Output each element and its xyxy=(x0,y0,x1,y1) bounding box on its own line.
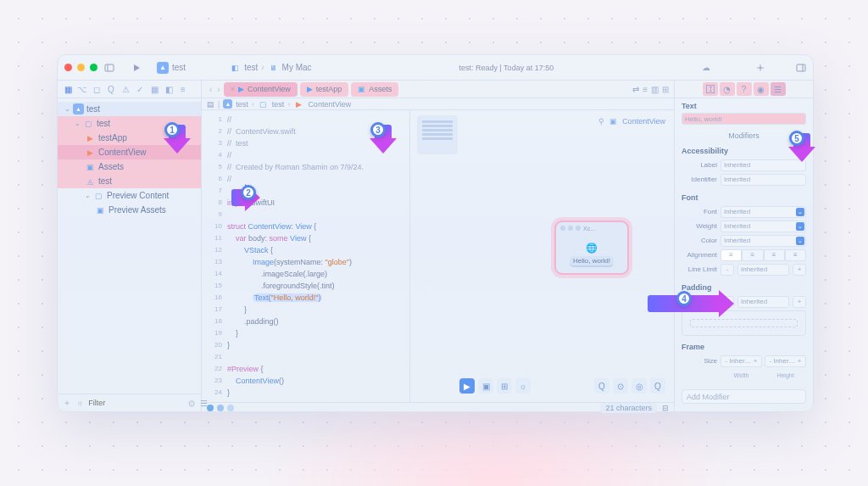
editor-options-icon[interactable]: ▥ xyxy=(651,85,659,94)
pin-icon[interactable]: ⚲ xyxy=(598,117,604,126)
padding-value[interactable]: Inherited xyxy=(737,296,789,308)
canvas-toggle-icon[interactable]: ⇄ xyxy=(632,85,639,94)
selectable-preview-icon[interactable]: ▣ xyxy=(478,378,493,394)
close-window-icon[interactable] xyxy=(64,64,72,71)
history-inspector-icon[interactable]: ◔ xyxy=(720,82,735,96)
tree-file-assets[interactable]: ▣ Assets xyxy=(58,159,201,174)
toggle-inspector-icon[interactable] xyxy=(796,63,806,73)
linelimit-plus[interactable]: + xyxy=(793,264,806,276)
weight-field[interactable]: Inherited⌄ xyxy=(721,221,806,232)
scheme-selector[interactable]: ▲ test xyxy=(157,62,186,74)
device-settings-icon[interactable]: ☼ xyxy=(515,378,531,394)
source-editor[interactable]: 123456789101112131415161718192021222324 … xyxy=(202,110,409,402)
popup-icon[interactable]: ⌄ xyxy=(796,208,804,216)
find-navigator-icon[interactable]: Q xyxy=(104,82,118,96)
attributes-inspector-icon[interactable]: ☰ xyxy=(771,82,786,96)
font-field[interactable]: Inherited⌄ xyxy=(721,206,806,218)
help-inspector-icon[interactable]: ? xyxy=(737,82,752,96)
filter-scope-icon[interactable]: ☼ xyxy=(76,399,83,407)
source-code[interactable]: // // ContentView.swift // test // // Cr… xyxy=(202,114,409,399)
navigator-footer: ＋ ☼ ⊙ ☰ xyxy=(58,394,201,411)
identifier-field[interactable]: Inherited xyxy=(721,174,806,186)
label-field[interactable]: Inherited xyxy=(721,159,806,171)
zoom-window-icon[interactable] xyxy=(90,64,97,71)
project-navigator: ⌄ ▲ test ⌄ ▢ test ▶ testApp ▶ ContentVie… xyxy=(58,98,202,411)
swift-file-icon: ▶ xyxy=(238,85,244,93)
tree-file-test[interactable]: ◬ test xyxy=(58,174,201,188)
preview-canvas[interactable]: ⚲ ▣ ContentView Xc… 🌐 Hello, world! xyxy=(409,110,674,402)
tree-preview-assets[interactable]: ▣ Preview Assets xyxy=(58,203,201,217)
text-value-field[interactable]: Hello, world! xyxy=(682,113,806,125)
height-field[interactable]: - Inher… + xyxy=(765,355,806,367)
zoom-in-icon[interactable]: Q xyxy=(650,378,665,394)
cloud-icon[interactable]: ☁︎ xyxy=(701,63,711,73)
traffic-lights[interactable] xyxy=(64,64,97,71)
align-left-icon[interactable]: ≡ xyxy=(721,249,742,261)
width-field[interactable]: - Inher… + xyxy=(721,355,762,367)
source-control-navigator-icon[interactable]: ⌥ xyxy=(75,82,89,96)
back-icon[interactable]: ‹ xyxy=(209,85,212,94)
tab-contentview[interactable]: × ▶ ContentView xyxy=(224,82,298,97)
add-icon[interactable]: ＋ xyxy=(63,397,71,409)
align-center-icon[interactable]: ≡ xyxy=(742,249,763,261)
recent-filter-icon[interactable]: ⊙ xyxy=(188,399,195,408)
tab-close-icon[interactable]: × xyxy=(231,85,235,93)
linelimit-value[interactable]: Inherited xyxy=(737,264,789,276)
debug-navigator-icon[interactable]: ▦ xyxy=(147,82,161,96)
align-right-icon[interactable]: ≡ xyxy=(764,249,785,261)
color-field[interactable]: Inherited⌄ xyxy=(721,235,806,247)
tree-preview-group[interactable]: ⌄ ▢ Preview Content xyxy=(58,188,201,203)
align-justify-icon[interactable]: ≡ xyxy=(785,249,806,261)
popup-icon[interactable]: ⌄ xyxy=(796,237,804,245)
alignment-label: Alignment xyxy=(682,251,717,259)
tree-group[interactable]: ⌄ ▢ test xyxy=(58,116,201,131)
minimize-window-icon[interactable] xyxy=(77,64,85,71)
report-navigator-icon[interactable]: ≡ xyxy=(176,82,190,96)
library-plus-icon[interactable]: ＋ xyxy=(755,63,765,73)
line-endings-icon[interactable]: ⊟ xyxy=(662,404,669,412)
filter-input[interactable] xyxy=(88,399,183,407)
canvas-controls-left: ▶ ▣ ⊞ ☼ xyxy=(459,378,531,394)
preview-text[interactable]: Hello, world! xyxy=(570,256,614,267)
mac-icon: 🖥︎ xyxy=(268,62,279,73)
bookmark-navigator-icon[interactable]: ◻ xyxy=(90,82,103,96)
add-editor-icon[interactable]: ⊞ xyxy=(662,85,669,94)
activity-status: test: Ready | Today at 17:50 xyxy=(317,64,696,72)
file-tree[interactable]: ⌄ ▲ test ⌄ ▢ test ▶ testApp ▶ ContentVie… xyxy=(58,98,201,394)
scheme-dest[interactable]: ◧ test › 🖥︎ My Mac xyxy=(230,62,311,73)
breakpoint-navigator-icon[interactable]: ◧ xyxy=(162,82,175,96)
tree-file-testapp[interactable]: ▶ testApp xyxy=(58,131,201,145)
forward-icon[interactable]: › xyxy=(217,85,220,94)
editor-breadcrumb[interactable]: ▤ | ▲ test › ▢ test › ▶ ContentView xyxy=(202,98,674,110)
run-button-icon[interactable] xyxy=(131,63,142,73)
project-navigator-icon[interactable]: ▦ xyxy=(61,82,75,96)
adjust-editor-icon[interactable]: ≡ xyxy=(643,85,648,94)
add-modifier-field[interactable]: Add Modifier xyxy=(682,389,806,404)
tree-file-contentview[interactable]: ▶ ContentView xyxy=(58,145,201,159)
zoom-actual-icon[interactable]: ⊙ xyxy=(613,378,628,394)
padding-plus[interactable]: + xyxy=(793,296,806,308)
tree-project-root[interactable]: ⌄ ▲ test xyxy=(58,102,201,116)
linelimit-field[interactable]: - xyxy=(721,264,734,276)
live-preview-icon[interactable]: ▶ xyxy=(459,378,475,394)
inspector-selector-icons: 🄸 ◔ ? ◉ ☰ xyxy=(674,81,813,98)
alignment-segmented[interactable]: ≡ ≡ ≡ ≡ xyxy=(721,249,806,261)
padding-diagram[interactable] xyxy=(682,310,806,336)
minimap[interactable] xyxy=(417,115,458,154)
xcode-window: ▲ test ◧ test › 🖥︎ My Mac test: Ready | … xyxy=(57,54,814,412)
toggle-navigator-icon[interactable] xyxy=(104,63,114,73)
zoom-fit-icon[interactable]: ◎ xyxy=(632,378,647,394)
window-toolbar: ▲ test ◧ test › 🖥︎ My Mac test: Ready | … xyxy=(58,55,813,81)
preview-window[interactable]: Xc… 🌐 Hello, world! xyxy=(554,221,629,275)
tab-assets[interactable]: ▣ Assets xyxy=(351,82,398,97)
zoom-out-icon[interactable]: Q xyxy=(594,378,609,394)
test-navigator-icon[interactable]: ✓ xyxy=(133,82,147,96)
accessibility-inspector-icon[interactable]: ◉ xyxy=(754,82,769,96)
padding-minus[interactable]: - xyxy=(721,296,734,308)
issue-navigator-icon[interactable]: ⚠︎ xyxy=(119,82,132,96)
popup-icon[interactable]: ⌄ xyxy=(796,222,804,231)
file-inspector-icon[interactable]: 🄸 xyxy=(703,82,718,96)
tab-testapp[interactable]: ▶ testApp xyxy=(300,82,349,97)
variants-icon[interactable]: ⊞ xyxy=(497,378,512,394)
related-items-icon[interactable]: ▤ xyxy=(207,100,214,109)
